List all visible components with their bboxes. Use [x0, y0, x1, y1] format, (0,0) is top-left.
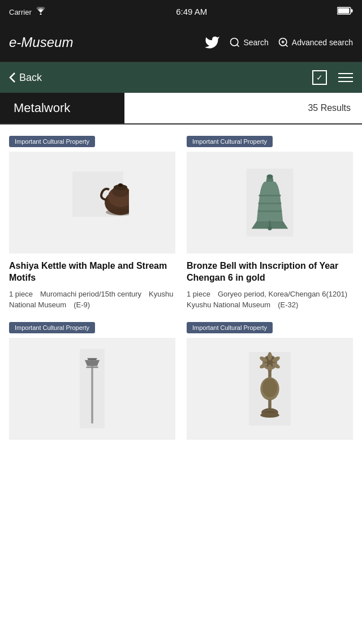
nav-actions: Search Advanced search	[204, 35, 353, 50]
time-display: 6:49 AM	[176, 7, 207, 16]
category-title: Metalwork	[0, 93, 124, 123]
item-card-2[interactable]: Important Cultural Property	[187, 136, 353, 311]
svg-rect-19	[259, 195, 281, 196]
item-card-4[interactable]: Important Cultural Property	[187, 322, 353, 446]
svg-point-42	[260, 412, 279, 417]
item-image-container-1	[9, 152, 175, 254]
item-image-container-3	[9, 338, 175, 440]
secondary-nav: Back	[0, 62, 362, 93]
svg-point-38	[262, 378, 277, 397]
item-badge-3: Important Cultural Property	[9, 322, 95, 333]
status-bar: Carrier 6:49 AM	[0, 0, 362, 23]
hamburger-line-1	[338, 73, 353, 74]
svg-point-15	[118, 183, 123, 187]
carrier-label: Carrier	[9, 8, 32, 16]
results-grid: Important Cultural Property Ashiya Kett	[0, 124, 362, 458]
svg-point-4	[231, 38, 238, 45]
hamburger-line-2	[338, 77, 353, 78]
item-desc-2: 1 piece Goryeo period, Korea/Chengan 6(1…	[187, 289, 353, 311]
back-label: Back	[19, 72, 42, 84]
svg-line-7	[286, 44, 288, 46]
wifi-icon	[36, 7, 46, 15]
advanced-search-button[interactable]: Advanced search	[278, 37, 353, 48]
item-badge-1: Important Cultural Property	[9, 136, 95, 147]
svg-rect-26	[87, 366, 98, 368]
svg-point-23	[268, 226, 272, 230]
advanced-search-label: Advanced search	[292, 38, 353, 47]
kettle-image	[55, 171, 129, 234]
item-image-container-4	[187, 338, 353, 440]
item-title-2: Bronze Bell with Inscription of Year Che…	[187, 260, 353, 284]
battery-icon	[337, 7, 353, 15]
search-button[interactable]: Search	[229, 37, 268, 48]
item-card-1[interactable]: Important Cultural Property Ashiya Kett	[9, 136, 175, 311]
svg-line-5	[237, 44, 239, 46]
search-icon	[229, 37, 240, 48]
back-chevron-icon	[9, 72, 16, 83]
top-nav: e-Museum Search Advanced search	[0, 23, 362, 62]
hamburger-menu[interactable]	[338, 73, 353, 82]
carrier-text: Carrier	[9, 7, 46, 16]
item-badge-4: Important Cultural Property	[187, 322, 273, 333]
item-image-container-2	[187, 152, 353, 254]
svg-rect-21	[258, 211, 282, 212]
hamburger-line-3	[338, 81, 353, 82]
svg-rect-2	[338, 8, 350, 13]
back-button[interactable]: Back	[9, 72, 42, 84]
item-title-1: Ashiya Kettle with Maple and Stream Moti…	[9, 260, 175, 284]
app-logo: e-Museum	[9, 35, 204, 50]
battery-indicator	[337, 7, 353, 16]
svg-rect-25	[91, 359, 93, 423]
category-header: Metalwork 35 Results	[0, 93, 362, 124]
svg-point-0	[40, 13, 42, 15]
search-label: Search	[243, 38, 268, 47]
checkbox-button[interactable]	[312, 70, 327, 85]
svg-point-30	[268, 352, 272, 360]
twitter-button[interactable]	[204, 35, 220, 50]
item-badge-2: Important Cultural Property	[187, 136, 273, 147]
svg-point-18	[266, 174, 273, 178]
item-desc-1: 1 piece Muromachi period/15th century Ky…	[9, 289, 175, 311]
svg-rect-3	[351, 9, 353, 12]
logo-text: e-Museum	[9, 35, 73, 50]
advanced-search-icon	[278, 37, 289, 48]
svg-rect-20	[258, 203, 282, 204]
results-count: 35 Results	[124, 93, 362, 123]
item-card-3[interactable]: Important Cultural Property	[9, 322, 175, 446]
ornament-image	[247, 352, 292, 426]
twitter-icon	[204, 35, 220, 50]
axe-image	[78, 349, 106, 428]
bell-image	[244, 169, 295, 237]
nav-secondary-icons	[312, 70, 353, 85]
